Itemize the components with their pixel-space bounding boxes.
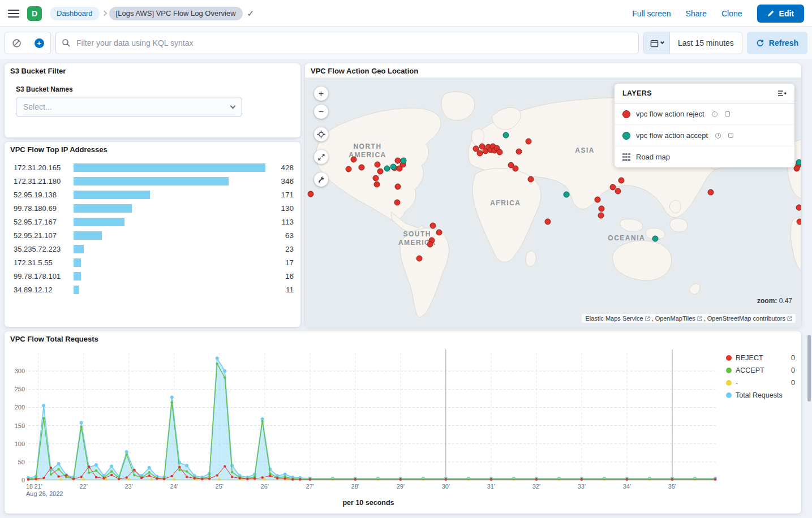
zoom-in-icon[interactable]: +	[314, 87, 328, 101]
time-slider-icon	[712, 111, 718, 117]
space-avatar[interactable]: D	[27, 6, 42, 21]
zoom-out-icon[interactable]: −	[314, 105, 328, 119]
layer-checkbox-icon[interactable]	[728, 133, 733, 138]
geo-point-reject[interactable]	[797, 219, 801, 225]
layer-checkbox-icon[interactable]	[725, 111, 730, 116]
ip-bar[interactable]	[74, 177, 229, 185]
breadcrumb-dashboard[interactable]: Dashboard	[50, 7, 100, 20]
geo-point-reject[interactable]	[416, 256, 422, 262]
legend-item[interactable]: REJECT0	[726, 352, 795, 364]
attribution-link[interactable]: OpenStreetMap contributors	[707, 315, 785, 322]
chevron-down-icon	[660, 40, 664, 44]
geo-point-reject[interactable]	[377, 169, 384, 175]
world-map[interactable]: NORTH AMERICASOUTH AMERICAAFRICAASIAOCEA…	[305, 77, 801, 327]
kql-search-input[interactable]	[75, 38, 633, 48]
set-view-icon[interactable]	[314, 127, 328, 141]
geo-point-reject[interactable]	[598, 206, 604, 212]
geo-point-reject[interactable]	[525, 139, 531, 145]
geo-point-accept[interactable]	[503, 132, 509, 139]
geo-point-reject[interactable]	[350, 156, 356, 162]
share-link[interactable]: Share	[686, 9, 707, 18]
layer-row-basemap[interactable]: Road map	[615, 146, 794, 167]
svg-text:300: 300	[15, 368, 25, 374]
geo-point-reject[interactable]	[618, 178, 624, 184]
legend-item[interactable]: ACCEPT0	[726, 364, 795, 377]
ip-value: 17	[270, 258, 294, 267]
layer-row-accept[interactable]: vpc flow action accept	[615, 125, 794, 146]
geo-point-reject[interactable]	[374, 182, 380, 188]
ip-bar[interactable]	[74, 286, 79, 294]
fit-to-data-icon[interactable]	[314, 150, 328, 164]
legend-swatch	[726, 355, 732, 361]
geo-point-reject[interactable]	[373, 175, 379, 182]
ip-bar[interactable]	[74, 191, 150, 199]
ip-bar-track	[74, 286, 265, 294]
map-controls: + −	[314, 87, 328, 187]
geo-point-accept[interactable]	[400, 158, 406, 164]
geo-point-reject[interactable]	[396, 165, 402, 171]
requests-chart[interactable]: 21'22'23'24'25'26'27'28'29'30'31'32'33'3…	[9, 346, 728, 499]
add-filter-icon[interactable]: +	[28, 32, 50, 54]
legend-label: ACCEPT	[736, 366, 787, 374]
edit-button[interactable]: Edit	[757, 5, 804, 23]
legend-label: REJECT	[736, 354, 787, 362]
vertical-scrollbar[interactable]	[807, 335, 811, 402]
spatial-filter-icon[interactable]	[314, 172, 328, 187]
geo-point-accept[interactable]	[796, 159, 801, 165]
geo-point-reject[interactable]	[346, 166, 352, 172]
geo-point-reject[interactable]	[375, 161, 381, 167]
ip-bar[interactable]	[74, 245, 84, 253]
geo-point-reject[interactable]	[512, 165, 518, 171]
menu-icon[interactable]	[8, 10, 19, 18]
geo-point-reject[interactable]	[594, 197, 600, 203]
ip-bar-row: 99.78.178.10116	[14, 269, 294, 283]
calendar-button[interactable]	[644, 32, 670, 54]
s3-bucket-select[interactable]: Select...	[16, 97, 242, 117]
top-ips-rows: 172.31.20.165428172.31.21.18034652.95.19…	[5, 154, 300, 296]
geo-point-accept[interactable]	[384, 165, 390, 171]
layer-row-reject[interactable]: vpc flow action reject	[615, 103, 794, 125]
geo-point-reject[interactable]	[528, 176, 534, 182]
saved-query-icon[interactable]	[5, 32, 28, 54]
geo-point-reject[interactable]	[436, 230, 442, 236]
ip-bar[interactable]	[74, 231, 102, 240]
full-screen-link[interactable]: Full screen	[632, 9, 671, 18]
geo-point-reject[interactable]	[496, 149, 502, 156]
geo-point-reject[interactable]	[598, 212, 604, 218]
ip-bar[interactable]	[74, 204, 132, 213]
external-link-icon	[787, 316, 792, 321]
attribution-link[interactable]: Elastic Maps Service	[585, 315, 643, 322]
geo-point-accept[interactable]	[564, 191, 570, 197]
ip-bar[interactable]	[74, 218, 124, 226]
geo-point-reject[interactable]	[307, 191, 313, 197]
ip-bar-row: 172.31.5.5517	[14, 256, 294, 269]
legend-label: -	[736, 379, 787, 387]
geo-point-reject[interactable]	[427, 241, 433, 247]
legend-item[interactable]: Total Requests	[726, 389, 795, 402]
geo-point-reject[interactable]	[430, 223, 436, 229]
geo-point-reject[interactable]	[544, 219, 551, 225]
ip-bar[interactable]	[74, 163, 265, 172]
attribution-link[interactable]: OpenMapTiles	[655, 315, 695, 322]
collapse-layers-icon[interactable]	[777, 89, 787, 97]
legend-item[interactable]: -0	[726, 377, 795, 389]
clone-link[interactable]: Clone	[721, 9, 742, 18]
geo-point-reject[interactable]	[394, 184, 401, 190]
geo-point-accept[interactable]	[390, 163, 397, 170]
geo-point-reject[interactable]	[708, 189, 714, 195]
time-range-button[interactable]: Last 15 minutes	[670, 32, 742, 54]
geo-point-reject[interactable]	[515, 148, 522, 154]
geo-point-reject[interactable]	[615, 188, 621, 195]
ip-bar[interactable]	[74, 258, 81, 267]
geo-point-reject[interactable]	[358, 165, 364, 171]
geo-point-accept[interactable]	[652, 236, 659, 242]
panel-s3-bucket-filter: S3 Bucket Filter S3 Bucket Names Select.…	[5, 63, 300, 137]
ip-bar[interactable]	[74, 272, 81, 280]
refresh-button[interactable]: Refresh	[747, 32, 807, 54]
geo-point-reject[interactable]	[394, 200, 401, 206]
geo-point-reject[interactable]	[794, 165, 800, 171]
geo-point-reject[interactable]	[476, 150, 483, 156]
ip-bar-track	[74, 258, 265, 267]
svg-text:22': 22'	[79, 483, 87, 490]
geo-point-reject[interactable]	[796, 204, 801, 210]
